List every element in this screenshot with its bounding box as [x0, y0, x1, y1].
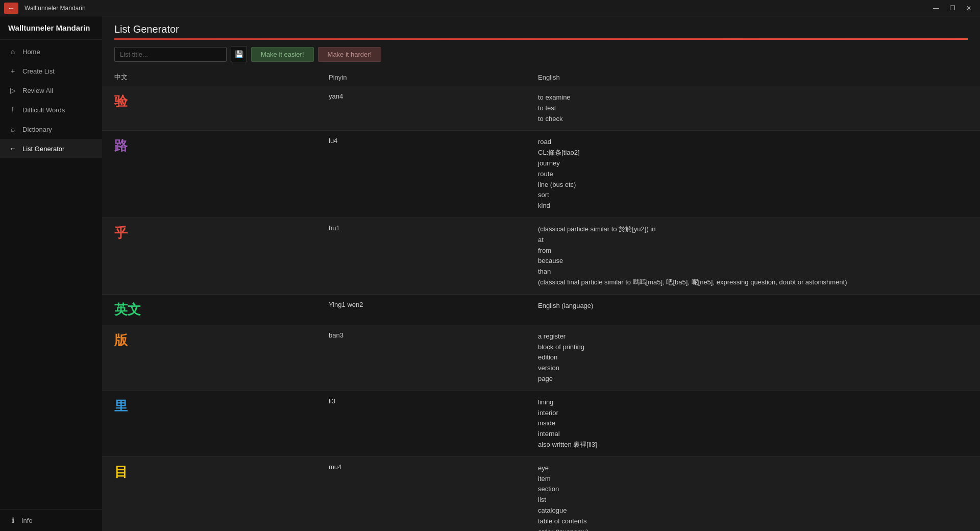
table-row: 目 mu4 eye item section list catalogue ta…: [102, 456, 980, 531]
table-header-row: 中文 Pinyin English: [102, 68, 980, 86]
create-list-icon: +: [8, 66, 17, 76]
table-row: 验 yan4 to examine to test to check: [102, 86, 980, 131]
sidebar-app-name: Walltunneler Mandarin: [0, 16, 102, 40]
cell-pinyin: mu4: [316, 456, 526, 531]
cell-chinese: 版: [102, 325, 316, 391]
cell-chinese: 里: [102, 391, 316, 456]
make-easier-button[interactable]: Make it easier!: [251, 47, 314, 62]
sidebar-item-create-list[interactable]: + Create List: [0, 61, 102, 81]
save-button[interactable]: 💾: [231, 46, 247, 62]
minimize-button[interactable]: —: [929, 3, 943, 14]
close-button[interactable]: ✕: [962, 3, 976, 14]
list-generator-icon: ←: [8, 144, 17, 153]
table-row: 版 ban3 a register block of printing edit…: [102, 325, 980, 391]
title-bar-title: Walltunneler Mandarin: [24, 5, 86, 12]
main-content: List Generator 💾 Make it easier! Make it…: [102, 16, 980, 531]
cell-english: English (language): [526, 294, 980, 325]
table-row: 路 lu4 road CL:條条[tiao2] journey route li…: [102, 131, 980, 218]
table-row: 乎 hu1 (classical particle similar to 於於[…: [102, 218, 980, 294]
title-bar: ← Walltunneler Mandarin — ❐ ✕: [0, 0, 980, 16]
restore-button[interactable]: ❐: [945, 3, 960, 14]
cell-english: a register block of printing edition ver…: [526, 325, 980, 391]
cell-pinyin: ban3: [316, 325, 526, 391]
info-icon: ℹ: [8, 516, 17, 525]
title-bar-left: ← Walltunneler Mandarin: [4, 3, 86, 14]
review-all-icon: ▷: [8, 86, 17, 95]
cell-pinyin: li3: [316, 391, 526, 456]
sidebar-item-difficult-words[interactable]: ! Difficult Words: [0, 100, 102, 119]
sidebar-item-home[interactable]: ⌂ Home: [0, 42, 102, 61]
save-icon: 💾: [235, 50, 243, 58]
cell-chinese: 目: [102, 456, 316, 531]
table-row: 里 li3 lining interior inside internal al…: [102, 391, 980, 456]
sidebar-footer-info[interactable]: ℹ Info: [0, 509, 102, 531]
sidebar-nav: ⌂ Home + Create List ▷ Review All ! Diff…: [0, 40, 102, 509]
difficult-words-icon: !: [8, 105, 17, 114]
cell-english: road CL:條条[tiao2] journey route line (bu…: [526, 131, 980, 218]
page-title: List Generator: [114, 23, 968, 35]
header-chinese: 中文: [102, 68, 316, 86]
toolbar: 💾 Make it easier! Make it harder!: [102, 46, 980, 68]
sidebar-item-label: Home: [22, 48, 40, 56]
app-body: Walltunneler Mandarin ⌂ Home + Create Li…: [0, 16, 980, 531]
title-bar-controls: — ❐ ✕: [929, 3, 976, 14]
make-harder-button[interactable]: Make it harder!: [318, 47, 382, 62]
cell-pinyin: lu4: [316, 131, 526, 218]
back-button[interactable]: ←: [4, 3, 18, 14]
cell-pinyin: yan4: [316, 86, 526, 131]
word-table-wrapper: 中文 Pinyin English 验 yan4 to examine to t…: [102, 68, 980, 531]
home-icon: ⌂: [8, 47, 17, 56]
sidebar-item-label: List Generator: [22, 145, 64, 153]
cell-chinese: 路: [102, 131, 316, 218]
sidebar-item-label: Review All: [22, 87, 53, 94]
cell-pinyin: Ying1 wen2: [316, 294, 526, 325]
sidebar: Walltunneler Mandarin ⌂ Home + Create Li…: [0, 16, 102, 531]
list-title-input[interactable]: [114, 47, 227, 62]
sidebar-item-label: Difficult Words: [22, 106, 65, 114]
info-label: Info: [21, 517, 33, 524]
cell-english: eye item section list catalogue table of…: [526, 456, 980, 531]
cell-pinyin: hu1: [316, 218, 526, 294]
sidebar-item-dictionary[interactable]: ⌕ Dictionary: [0, 119, 102, 139]
header-pinyin: Pinyin: [316, 68, 526, 86]
table-row: 英文 Ying1 wen2 English (language): [102, 294, 980, 325]
word-table: 中文 Pinyin English 验 yan4 to examine to t…: [102, 68, 980, 531]
dictionary-icon: ⌕: [8, 125, 17, 134]
red-divider: [114, 38, 968, 40]
sidebar-item-review-all[interactable]: ▷ Review All: [0, 81, 102, 100]
sidebar-item-list-generator[interactable]: ← List Generator: [0, 139, 102, 158]
page-header: List Generator: [102, 16, 980, 46]
cell-english: to examine to test to check: [526, 86, 980, 131]
sidebar-item-label: Dictionary: [22, 126, 52, 133]
cell-chinese: 乎: [102, 218, 316, 294]
cell-english: lining interior inside internal also wri…: [526, 391, 980, 456]
header-english: English: [526, 68, 980, 86]
cell-chinese: 英文: [102, 294, 316, 325]
cell-chinese: 验: [102, 86, 316, 131]
sidebar-item-label: Create List: [22, 67, 55, 75]
cell-english: (classical particle similar to 於於[yu2]) …: [526, 218, 980, 294]
